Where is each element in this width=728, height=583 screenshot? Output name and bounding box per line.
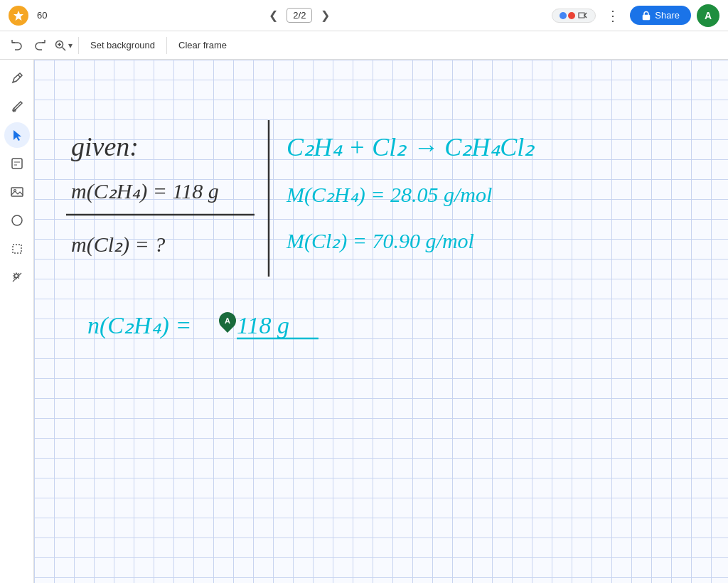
set-background-button[interactable]: Set background [85,37,161,53]
right-actions: ⋮ Share A [552,4,719,27]
more-options-button[interactable]: ⋮ [601,4,624,27]
crop-icon [10,242,24,256]
canvas-svg: given: m(C₂H₄) = 118 g m(Cl₂) = ? C₂H₄ +… [34,60,728,583]
next-slide-button[interactable]: ❯ [315,6,336,25]
moles-c2h4-text: n(C₂H₄) = [87,312,191,339]
redo-button[interactable] [30,35,51,56]
lock-icon [641,11,651,21]
svg-rect-3 [12,159,22,169]
select-tool-button[interactable] [4,122,30,148]
pen-tool-button[interactable] [4,65,30,91]
image-tool-button[interactable] [4,179,30,205]
left-sidebar [0,60,34,583]
undo-button[interactable] [6,35,27,56]
undo-icon [10,38,23,50]
mass-cl2-text: m(Cl₂) = ? [71,232,165,257]
toolbar: ▾ Set background Clear frame [0,31,728,60]
toolbar-separator [78,37,79,54]
prev-slide-button[interactable]: ❮ [263,6,284,25]
app-logo[interactable] [9,6,28,26]
equation-text: C₂H₄ + Cl₂ → C₂H₄Cl₂ [287,133,535,161]
svg-rect-4 [11,188,23,196]
zoom-icon [54,39,67,52]
note-icon [10,156,24,171]
molar-mass-c2h4: M(C₂H₄) = 28.05 g/mol [286,183,492,207]
given-text: given: [71,132,139,161]
zoom-control[interactable]: ▾ [54,39,73,52]
crop-tool-button[interactable] [4,236,30,262]
mass-c2h4-text: m(C₂H₄) = 118 g [71,179,219,203]
clear-frame-button[interactable]: Clear frame [173,37,232,53]
magic-tool-button[interactable] [4,264,30,290]
cursor-label: A [225,316,230,325]
zoom-dropdown-arrow[interactable]: ▾ [68,41,73,50]
main-area: given: m(C₂H₄) = 118 g m(Cl₂) = ? C₂H₄ +… [0,60,728,583]
meet-dot-blue [560,12,567,19]
moles-value-text: 118 g [237,312,289,338]
select-cursor-icon [10,128,24,142]
user-avatar[interactable]: A [697,4,719,27]
molar-mass-cl2: M(Cl₂) = 70.90 g/mol [286,229,474,253]
redo-icon [34,38,47,50]
google-meet-button[interactable] [552,9,596,23]
toolbar-separator-2 [166,37,167,54]
svg-point-6 [12,215,22,225]
slide-count: 60 [37,10,47,21]
note-tool-button[interactable] [4,151,30,176]
slide-indicator[interactable]: 2/2 [287,8,312,23]
shape-circle-icon [10,213,24,228]
canvas-area[interactable]: given: m(C₂H₄) = 118 g m(Cl₂) = ? C₂H₄ +… [34,60,728,583]
meet-dot-red [568,12,575,19]
svg-rect-7 [13,245,21,253]
image-icon [10,185,24,199]
pen-icon [10,71,24,85]
svg-rect-0 [643,15,650,20]
brush-icon [10,100,24,114]
shape-tool-button[interactable] [4,208,30,233]
meet-chevron-icon [578,12,588,19]
magic-wand-icon [10,270,24,284]
slide-navigation: ❮ 2/2 ❯ [263,6,336,25]
share-button[interactable]: Share [630,6,691,25]
top-bar: 60 ❮ 2/2 ❯ ⋮ Share A [0,0,728,31]
brush-tool-button[interactable] [4,94,30,119]
